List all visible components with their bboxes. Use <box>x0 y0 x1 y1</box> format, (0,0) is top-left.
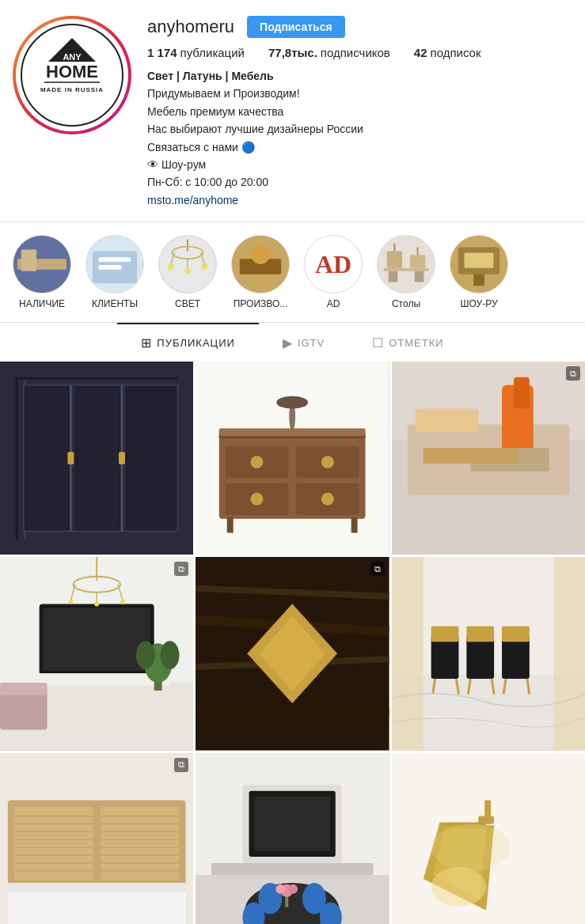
svg-rect-151 <box>255 796 330 851</box>
svg-rect-79 <box>44 608 150 671</box>
grid-cell[interactable] <box>196 753 389 924</box>
svg-point-162 <box>289 884 298 894</box>
svg-rect-48 <box>78 389 118 528</box>
highlight-circle-ad: AD <box>304 235 363 293</box>
profile-name-row: anyhomeru Подписаться <box>147 16 572 38</box>
svg-rect-8 <box>21 250 36 271</box>
svg-rect-127 <box>101 806 179 880</box>
followers-label: подписчиков <box>321 46 390 59</box>
svg-rect-117 <box>502 627 530 642</box>
tab-publications[interactable]: ⊞ ПУБЛИКАЦИИ <box>117 323 259 362</box>
grid-cell[interactable]: ⧉ <box>0 557 193 750</box>
svg-text:HOME: HOME <box>46 62 98 81</box>
svg-rect-38 <box>16 377 18 540</box>
svg-point-62 <box>251 493 264 506</box>
grid-cell[interactable]: ⧉ <box>196 557 389 750</box>
highlight-item[interactable]: СВЕТ <box>158 235 217 309</box>
grid-cell[interactable]: ⧉ <box>392 362 585 555</box>
bio-line5: Связаться с нами 🔵 <box>147 138 572 156</box>
svg-rect-64 <box>227 517 234 533</box>
following-stat[interactable]: 42 подписок <box>414 46 481 59</box>
highlight-item[interactable]: Столы <box>377 235 435 309</box>
svg-point-60 <box>251 456 264 468</box>
highlight-item[interactable]: НАЛИЧИЕ <box>13 235 71 309</box>
svg-rect-27 <box>387 252 402 268</box>
svg-rect-145 <box>8 883 185 892</box>
svg-point-63 <box>321 493 334 506</box>
bio-line3: Мебель премиум качества <box>147 103 572 120</box>
svg-rect-81 <box>0 691 47 730</box>
posts-label: публикаций <box>180 46 245 59</box>
svg-point-171 <box>431 824 509 871</box>
multi-photo-icon: ⧉ <box>174 758 188 772</box>
bio-line2: Придумываем и Производим! <box>147 85 572 102</box>
tab-igtv[interactable]: ▶ IGTV <box>259 323 348 362</box>
svg-point-20 <box>184 268 191 275</box>
bio-line1: Свет | Латунь | Мебель <box>147 67 572 85</box>
svg-point-19 <box>168 263 174 270</box>
highlight-label: СВЕТ <box>175 298 200 309</box>
highlight-circle <box>377 235 435 293</box>
svg-point-67 <box>277 396 309 409</box>
svg-rect-26 <box>384 268 428 271</box>
profile-info: anyhomeru Подписаться 1 174 публикаций 7… <box>147 16 572 209</box>
grid-cell[interactable] <box>196 362 389 555</box>
svg-text:MADE IN RUSSIA: MADE IN RUSSIA <box>40 86 104 93</box>
highlight-circle <box>158 235 217 293</box>
multi-photo-icon: ⧉ <box>174 562 188 576</box>
svg-rect-71 <box>415 409 477 433</box>
grid-cell[interactable] <box>392 557 585 750</box>
followers-stat[interactable]: 77,8тыс. подписчиков <box>268 46 390 59</box>
posts-stat[interactable]: 1 174 публикаций <box>147 46 245 59</box>
highlight-item[interactable]: AD AD <box>304 235 363 309</box>
highlight-label: НАЛИЧИЕ <box>19 298 65 309</box>
profile-username: anyhomeru <box>147 17 234 37</box>
highlight-label: ПРОИЗВО... <box>234 298 288 309</box>
svg-rect-11 <box>99 257 131 262</box>
svg-point-170 <box>431 867 486 907</box>
svg-rect-166 <box>484 800 491 824</box>
tabs-section: ⊞ ПУБЛИКАЦИИ ▶ IGTV ☐ ОТМЕТКИ <box>0 322 585 362</box>
subscribe-button[interactable]: Подписаться <box>247 16 345 38</box>
svg-point-94 <box>161 642 180 670</box>
grid-cell[interactable]: ⧉ <box>0 753 193 924</box>
svg-rect-114 <box>466 636 494 680</box>
profile-bio: Свет | Латунь | Мебель Придумываем и Про… <box>147 67 572 209</box>
svg-text:ANY: ANY <box>63 52 82 62</box>
bio-link[interactable]: msto.me/anyhome <box>147 191 572 209</box>
svg-point-90 <box>120 600 125 604</box>
svg-rect-75 <box>423 448 517 464</box>
svg-rect-32 <box>415 271 424 282</box>
svg-point-89 <box>94 602 99 607</box>
tab-publications-label: ПУБЛИКАЦИИ <box>157 337 235 349</box>
highlight-item[interactable]: ШОУ-РУ <box>450 235 508 309</box>
svg-point-21 <box>202 263 208 270</box>
highlight-item[interactable]: ПРОИЗВО... <box>231 235 290 309</box>
svg-rect-43 <box>126 385 178 532</box>
grid-cell[interactable] <box>0 362 193 555</box>
svg-point-161 <box>276 884 286 894</box>
svg-rect-115 <box>466 627 494 642</box>
tag-icon: ☐ <box>372 335 384 350</box>
highlight-label: КЛИЕНТЫ <box>92 298 138 309</box>
tab-mentions-label: ОТМЕТКИ <box>389 337 443 349</box>
profile-header: ANY HOME MADE IN RUSSIA anyhomeru Подпис… <box>0 0 585 222</box>
svg-point-24 <box>251 246 269 264</box>
avatar[interactable]: ANY HOME MADE IN RUSSIA <box>13 16 131 134</box>
highlight-circle <box>85 235 144 293</box>
tab-mentions[interactable]: ☐ ОТМЕТКИ <box>348 323 467 362</box>
grid-icon: ⊞ <box>141 335 152 350</box>
grid-cell[interactable] <box>392 753 585 924</box>
svg-rect-152 <box>211 863 374 876</box>
svg-rect-35 <box>465 253 494 268</box>
svg-rect-113 <box>431 627 458 642</box>
svg-rect-47 <box>28 389 67 528</box>
highlight-item[interactable]: КЛИЕНТЫ <box>85 235 144 309</box>
svg-rect-116 <box>502 636 530 680</box>
multi-photo-icon: ⧉ <box>370 562 385 576</box>
bio-showroom: 👁 Шоу-рум <box>147 156 572 173</box>
svg-rect-112 <box>431 636 458 680</box>
svg-rect-73 <box>514 377 530 409</box>
profile-stats: 1 174 публикаций 77,8тыс. подписчиков 42… <box>147 46 572 59</box>
svg-rect-49 <box>67 452 74 464</box>
